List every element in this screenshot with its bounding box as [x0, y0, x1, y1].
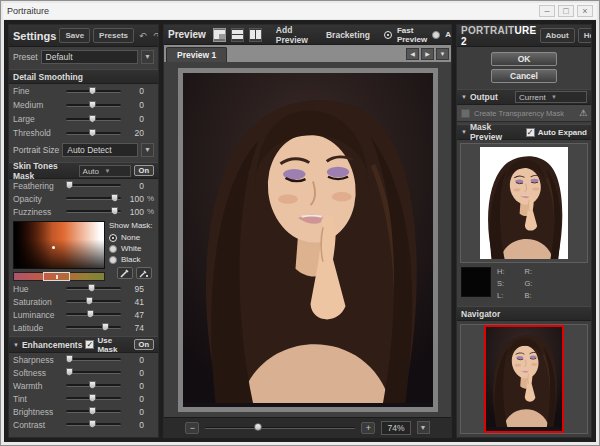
accurate-radio[interactable]: [432, 31, 440, 39]
slider-thumb[interactable]: [111, 194, 118, 202]
medium-slider[interactable]: [66, 104, 121, 107]
slider-thumb[interactable]: [89, 115, 96, 123]
slider-thumb[interactable]: [111, 207, 118, 215]
fine-slider[interactable]: [66, 90, 121, 93]
threshold-slider[interactable]: [66, 132, 121, 135]
auto-expand-checkbox[interactable]: ✓: [526, 128, 535, 137]
luminance-slider[interactable]: [66, 313, 121, 316]
eyedropper-button[interactable]: [117, 267, 133, 279]
zoom-out-button[interactable]: −: [185, 422, 199, 434]
latitude-label: Latitude: [13, 323, 63, 333]
preset-label: Preset: [13, 52, 38, 62]
warmth-slider[interactable]: [66, 384, 121, 387]
eyedropper-icon: [120, 268, 130, 278]
navigator-box[interactable]: [460, 324, 588, 434]
zoom-preset-icon[interactable]: ▼: [417, 421, 430, 434]
preset-dropdown[interactable]: Default: [41, 50, 138, 64]
radio-black[interactable]: [109, 256, 117, 264]
collapse-icon[interactable]: ▼: [461, 129, 467, 135]
zoom-slider-thumb[interactable]: [254, 423, 262, 431]
softness-slider[interactable]: [66, 371, 121, 374]
slider-thumb[interactable]: [86, 297, 93, 305]
fast-preview-radio[interactable]: [384, 31, 392, 39]
hue-selection[interactable]: [43, 272, 70, 281]
navigator-view-rect[interactable]: [484, 325, 564, 433]
bracketing-button[interactable]: Bracketing: [322, 28, 374, 42]
single-view-button[interactable]: [213, 28, 226, 42]
slider-thumb[interactable]: [89, 101, 96, 109]
slider-thumb[interactable]: [66, 181, 73, 189]
portrait-size-dropdown[interactable]: Auto Detect: [62, 143, 138, 157]
zoom-in-button[interactable]: +: [361, 422, 375, 434]
slider-thumb[interactable]: [87, 310, 94, 318]
radio-white[interactable]: [109, 245, 117, 253]
slider-thumb[interactable]: [66, 355, 73, 363]
tab-scroll-right-icon[interactable]: ▶: [421, 48, 434, 60]
skin-tones-on-button[interactable]: On: [134, 165, 154, 176]
minimize-button[interactable]: –: [539, 5, 555, 17]
cancel-button[interactable]: Cancel: [491, 69, 557, 83]
output-dropdown[interactable]: Current Layer▼: [515, 91, 587, 103]
preview-image-area[interactable]: [164, 62, 451, 417]
radio-black-label: Black: [121, 255, 141, 264]
saturation-slider[interactable]: [66, 300, 121, 303]
large-slider[interactable]: [66, 118, 121, 121]
help-button[interactable]: Help: [578, 28, 592, 43]
slider-thumb[interactable]: [89, 420, 96, 428]
collapse-icon[interactable]: ▼: [13, 342, 19, 348]
hue-slider[interactable]: [66, 287, 121, 290]
tab-scroll-left-icon[interactable]: ◀: [406, 48, 419, 60]
contrast-slider[interactable]: [66, 423, 121, 426]
l-label: L:: [497, 291, 505, 300]
zoom-slider[interactable]: [205, 427, 355, 429]
sharpness-slider[interactable]: [66, 358, 121, 361]
maximize-button[interactable]: □: [558, 5, 574, 17]
slider-thumb[interactable]: [102, 323, 109, 331]
show-mask-option[interactable]: White: [109, 243, 154, 254]
horizontal-split-view-button[interactable]: [231, 28, 244, 42]
presets-button[interactable]: Presets: [93, 28, 134, 43]
feathering-slider[interactable]: [66, 184, 121, 187]
tab-preview-1[interactable]: Preview 1: [166, 47, 227, 62]
show-mask-option[interactable]: None: [109, 232, 154, 243]
undo-icon[interactable]: ↶: [137, 30, 149, 42]
slider-thumb[interactable]: [89, 394, 96, 402]
ok-button[interactable]: OK: [491, 52, 557, 66]
add-preview-button[interactable]: Add Preview: [272, 24, 312, 47]
warmth-label: Warmth: [13, 381, 63, 391]
fuzziness-slider[interactable]: [66, 210, 121, 213]
save-button[interactable]: Save: [59, 28, 90, 43]
color-swatch: [461, 267, 491, 297]
slider-thumb[interactable]: [89, 129, 96, 137]
slider-thumb[interactable]: [66, 368, 73, 376]
slider-thumb[interactable]: [89, 87, 96, 95]
redo-icon[interactable]: ↷: [152, 30, 159, 42]
eyedropper-plus-button[interactable]: [136, 267, 152, 279]
transparency-checkbox[interactable]: ✓: [461, 109, 470, 118]
opacity-slider[interactable]: [66, 197, 121, 200]
radio-none[interactable]: [109, 234, 117, 242]
collapse-icon[interactable]: ▼: [461, 94, 467, 100]
latitude-slider[interactable]: [66, 326, 121, 329]
feathering-value: 0: [124, 181, 144, 191]
slider-row: Sharpness 0: [9, 353, 158, 366]
slider-thumb[interactable]: [88, 284, 95, 292]
close-button[interactable]: ×: [577, 5, 593, 17]
enhancements-on-button[interactable]: On: [134, 339, 154, 350]
tab-list-icon[interactable]: ▼: [436, 48, 449, 60]
hue-strip[interactable]: [13, 272, 105, 281]
preset-dropdown-icon[interactable]: ▼: [141, 50, 154, 64]
color-picker-marker[interactable]: [52, 246, 55, 249]
slider-thumb[interactable]: [89, 381, 96, 389]
portrait-size-dropdown-icon[interactable]: ▼: [141, 143, 154, 157]
brightness-slider[interactable]: [66, 410, 121, 413]
use-mask-checkbox[interactable]: ✓: [85, 340, 94, 349]
r-label: R:: [525, 267, 533, 276]
about-button[interactable]: About: [540, 28, 575, 43]
skin-tones-mode-dropdown[interactable]: Auto▼: [79, 165, 131, 177]
vertical-split-view-button[interactable]: [249, 28, 262, 42]
show-mask-option[interactable]: Black: [109, 254, 154, 265]
tint-slider[interactable]: [66, 397, 121, 400]
slider-thumb[interactable]: [89, 407, 96, 415]
color-gradient-picker[interactable]: [13, 221, 105, 269]
